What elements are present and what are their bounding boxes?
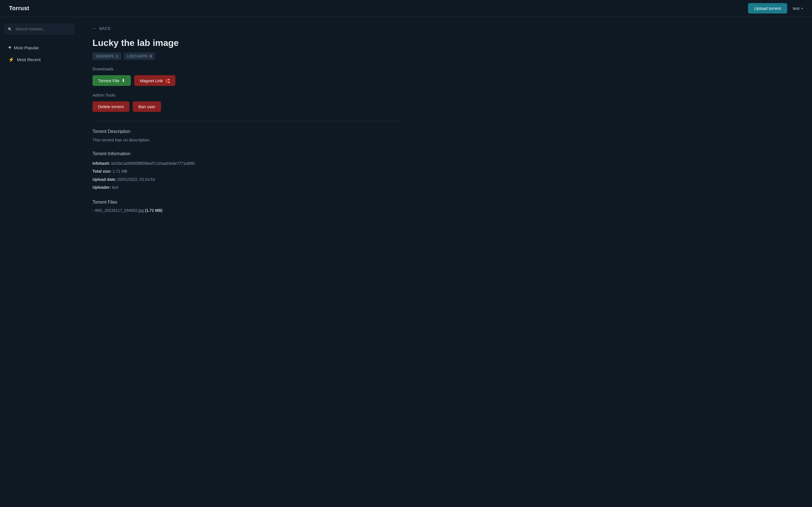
infohash-value: bc03e1a08565f8f09bed7c10aad3e6e7771a88fc [111,161,195,166]
back-label: BACK [100,26,111,31]
upload-date-row: Upload date: 20/01/2022, 03:24:53 [93,176,404,182]
sidebar-nav: Most Popular Most Recent [4,42,74,65]
total-size-row: Total size: 1.71 MB [93,168,404,174]
infohash-label: Infohash: [93,161,110,166]
sidebar-item-label: Most Popular [14,45,39,50]
file-name: - IMG_20220117_094052.jpg [93,208,144,213]
user-menu[interactable]: test [793,6,803,11]
file-size: (1.71 MB) [145,208,162,213]
delete-torrent-button[interactable]: Delete torrent [93,101,130,112]
description-section: Torrent Description This torrent has no … [93,129,404,142]
back-link[interactable]: BACK [93,26,404,31]
torrent-files-title: Torrent Files [93,200,404,205]
description-text: This torrent has no description. [93,137,404,142]
torrent-files-section: Torrent Files - IMG_20220117_094052.jpg … [93,200,404,213]
upload-date-value: 20/01/2022, 03:24:53 [117,177,155,182]
header: Torrust Upload torrent test [0,0,812,17]
admin-buttons: Delete torrent Ban user [93,101,404,112]
sidebar: Most Popular Most Recent [0,17,79,507]
torrent-file-button[interactable]: Torrent File [93,75,131,86]
sidebar-item-most-popular[interactable]: Most Popular [4,42,74,53]
total-size-value: 1.71 MB [112,169,127,173]
file-item: - IMG_20220117_094052.jpg (1.71 MB) [93,208,404,213]
arrow-left-icon [93,26,97,31]
seeders-value: 1 [116,54,118,58]
upload-torrent-button[interactable]: Upload torrent [748,3,787,13]
admin-tools-label: Admin Tools [93,93,404,98]
uploader-value: test [112,185,118,189]
search-container [4,24,74,34]
download-icon [121,78,125,83]
bolt-icon [8,57,14,62]
upload-date-label: Upload date: [93,177,116,182]
uploader-row: Uploader: test [93,184,404,190]
magnet-link-label: Magnet Link [140,78,163,83]
chevron-down-icon [801,6,803,10]
downloads-label: Downloads [93,66,404,71]
torrent-badges: SEEDERS: 1 LEECHERS: 0 [93,53,404,60]
leechers-label: LEECHERS: [127,54,149,58]
leechers-value: 0 [150,54,152,58]
ban-user-button[interactable]: Ban user [133,101,161,112]
search-icon [8,27,12,31]
sidebar-item-most-recent[interactable]: Most Recent [4,54,74,65]
magnet-icon [165,78,170,83]
torrent-file-label: Torrent File [98,78,119,83]
section-divider [93,121,404,121]
description-title: Torrent Description [93,129,404,134]
torrent-info-section: Torrent Information Infohash: bc03e1a085… [93,151,404,191]
main-content: BACK Lucky the lab image SEEDERS: 1 LEEC… [79,17,417,507]
leechers-badge: LEECHERS: 0 [124,53,155,60]
heart-icon [8,45,11,50]
seeders-badge: SEEDERS: 1 [93,53,121,60]
uploader-label: Uploader: [93,185,111,189]
app-logo: Torrust [9,5,29,11]
total-size-label: Total size: [93,169,111,173]
download-buttons: Torrent File Magnet Link [93,75,404,86]
torrent-info-title: Torrent Information [93,151,404,156]
header-right: Upload torrent test [748,3,803,13]
sidebar-item-label: Most Recent [17,57,41,62]
seeders-label: SEEDERS: [96,54,115,58]
search-input[interactable] [4,24,74,34]
magnet-link-button[interactable]: Magnet Link [134,75,175,86]
user-name: test [793,6,800,11]
infohash-row: Infohash: bc03e1a08565f8f09bed7c10aad3e6… [93,160,404,166]
page-layout: Most Popular Most Recent BACK Lucky the … [0,17,812,507]
torrent-title: Lucky the lab image [93,38,404,48]
